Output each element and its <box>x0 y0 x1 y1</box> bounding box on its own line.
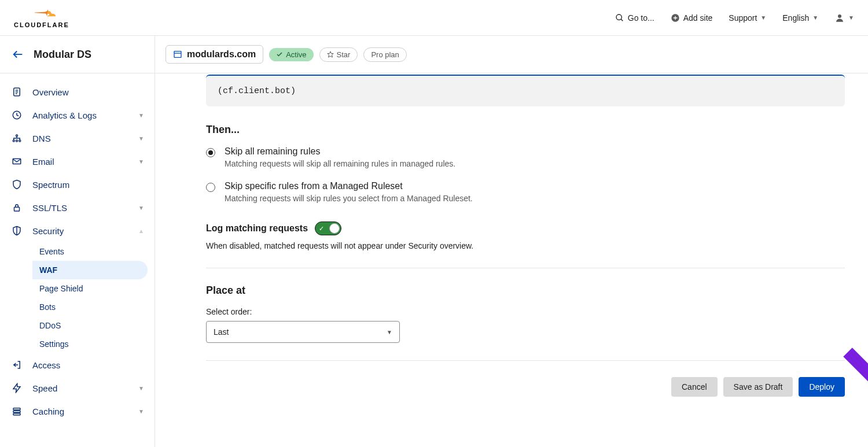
radio-description: Matching requests will skip rules you se… <box>225 194 845 203</box>
log-toggle[interactable]: ✓ <box>315 221 341 235</box>
sidebar-sub-waf[interactable]: WAF <box>32 261 148 279</box>
svg-point-15 <box>19 140 21 142</box>
sidebar-item-label: Overview <box>32 87 144 97</box>
svg-rect-5 <box>174 51 181 58</box>
cancel-button[interactable]: Cancel <box>671 377 718 397</box>
domain-selector[interactable]: modulards.com <box>165 45 263 64</box>
language-menu[interactable]: English ▼ <box>782 13 818 23</box>
order-label: Select order: <box>206 307 845 316</box>
svg-marker-7 <box>328 51 333 57</box>
toggle-knob <box>329 223 340 234</box>
account-name: Modular DS <box>34 49 91 61</box>
browser-icon <box>173 50 182 59</box>
sidebar-item-label: SSL/TLS <box>32 203 138 213</box>
radio-input[interactable] <box>206 183 215 192</box>
chevron-down-icon: ▼ <box>138 205 144 211</box>
radio-input[interactable] <box>206 148 215 157</box>
support-menu[interactable]: Support ▼ <box>729 13 766 23</box>
cloud-icon <box>27 8 56 20</box>
chevron-down-icon: ▼ <box>848 14 854 21</box>
check-icon: ✓ <box>319 225 324 232</box>
svg-rect-18 <box>14 207 20 211</box>
header-actions: Go to... Add site Support ▼ English ▼ ▼ <box>615 13 854 23</box>
sidebar-item-label: Access <box>32 360 144 370</box>
sidebar-sub-events[interactable]: Events <box>32 242 148 261</box>
svg-point-13 <box>13 140 14 142</box>
svg-rect-23 <box>13 413 20 415</box>
svg-point-0 <box>616 14 621 20</box>
sidebar-sub-ddos[interactable]: DDoS <box>32 316 148 335</box>
deploy-button[interactable]: Deploy <box>799 377 845 397</box>
sidebar: Overview Analytics & Logs ▼ DNS ▼ Email … <box>0 73 155 447</box>
svg-point-14 <box>16 140 18 142</box>
place-heading: Place at <box>206 285 845 297</box>
goto-label: Go to... <box>628 13 654 23</box>
sidebar-sub-pageshield[interactable]: Page Shield <box>32 279 148 298</box>
radio-title: Skip specific rules from a Managed Rules… <box>225 181 845 191</box>
sidebar-item-security[interactable]: Security ▲ <box>0 219 155 242</box>
sidebar-sub-bots[interactable]: Bots <box>32 298 148 316</box>
sidebar-item-analytics[interactable]: Analytics & Logs ▼ <box>0 104 155 127</box>
chevron-down-icon: ▼ <box>138 112 144 119</box>
check-icon <box>276 51 283 58</box>
radio-skip-specific[interactable]: Skip specific rules from a Managed Rules… <box>206 181 845 213</box>
search-icon <box>615 13 624 23</box>
sidebar-item-ssl[interactable]: SSL/TLS ▼ <box>0 196 155 219</box>
goto-search[interactable]: Go to... <box>615 13 654 23</box>
document-icon <box>10 87 23 97</box>
chevron-down-icon: ▼ <box>138 385 144 391</box>
select-value: Last <box>214 327 229 337</box>
sub-header: Modular DS modulards.com Active Star Pro… <box>0 36 868 73</box>
plan-badge: Pro plan <box>363 47 406 62</box>
status-badge: Active <box>269 48 313 61</box>
top-header: CLOUDFLARE Go to... Add site Support ▼ E… <box>0 0 868 36</box>
sidebar-item-label: Email <box>32 157 138 167</box>
order-select[interactable]: Last ▼ <box>206 321 400 343</box>
star-button[interactable]: Star <box>319 47 358 62</box>
svg-line-1 <box>621 19 623 21</box>
back-arrow-icon[interactable] <box>12 48 24 61</box>
log-toggle-label: Log matching requests <box>206 223 308 234</box>
language-label: English <box>782 13 809 23</box>
chevron-down-icon: ▼ <box>138 158 144 165</box>
sidebar-sub-settings[interactable]: Settings <box>32 335 148 353</box>
mail-icon <box>10 156 23 167</box>
lock-icon <box>10 202 23 213</box>
sidebar-item-spectrum[interactable]: Spectrum <box>0 173 155 196</box>
layers-icon <box>10 406 23 416</box>
radio-skip-all[interactable]: Skip all remaining rules Matching reques… <box>206 146 845 179</box>
support-label: Support <box>729 13 757 23</box>
then-heading: Then... <box>206 124 845 136</box>
user-menu[interactable]: ▼ <box>834 13 854 23</box>
svg-rect-21 <box>13 408 20 410</box>
sidebar-item-label: Speed <box>32 383 138 393</box>
cloudflare-logo[interactable]: CLOUDFLARE <box>14 8 69 28</box>
add-site-label: Add site <box>683 13 713 23</box>
sidebar-item-caching[interactable]: Caching ▼ <box>0 400 155 423</box>
sidebar-item-access[interactable]: Access <box>0 353 155 376</box>
lightning-icon <box>10 383 23 393</box>
sidebar-item-speed[interactable]: Speed ▼ <box>0 376 155 400</box>
main-content: (cf.client.bot) Then... Skip all remaini… <box>155 73 868 447</box>
domain-name: modulards.com <box>187 49 256 60</box>
chevron-down-icon: ▼ <box>138 408 144 415</box>
sidebar-item-dns[interactable]: DNS ▼ <box>0 127 155 150</box>
svg-point-16 <box>16 135 18 136</box>
sidebar-item-label: Analytics & Logs <box>32 110 138 120</box>
sidebar-item-label: Security <box>32 226 138 236</box>
user-icon <box>834 13 845 23</box>
clock-icon <box>10 110 23 120</box>
sidebar-item-label: Caching <box>32 407 138 416</box>
chevron-down-icon: ▼ <box>387 329 392 335</box>
add-site-button[interactable]: Add site <box>671 13 713 23</box>
sidebar-item-email[interactable]: Email ▼ <box>0 150 155 173</box>
shield-icon <box>10 179 23 190</box>
sidebar-item-overview[interactable]: Overview <box>0 80 155 104</box>
chevron-down-icon: ▼ <box>138 135 144 142</box>
star-icon <box>327 51 334 58</box>
log-toggle-description: When disabled, matched requests will not… <box>206 241 845 250</box>
save-draft-button[interactable]: Save as Draft <box>723 377 793 397</box>
sidebar-item-label: Spectrum <box>32 180 144 190</box>
exit-icon <box>10 360 23 370</box>
plus-circle-icon <box>671 13 680 23</box>
